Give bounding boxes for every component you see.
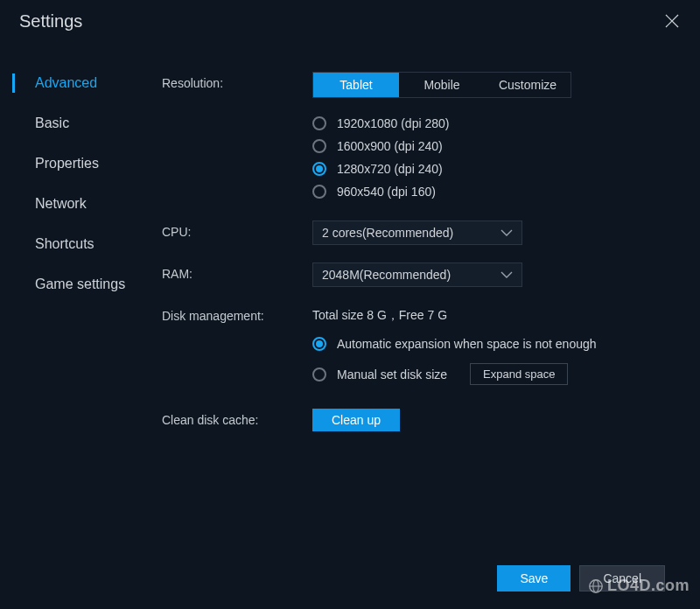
resolution-tabs: Tablet Mobile Customize	[312, 72, 571, 98]
close-icon	[665, 14, 679, 28]
sidebar-item-properties[interactable]: Properties	[0, 144, 162, 184]
sidebar-item-label: Shortcuts	[35, 236, 94, 251]
titlebar: Settings	[0, 0, 700, 42]
disk-option-manual[interactable]: Manual set disk size Expand space	[312, 357, 665, 391]
sidebar-item-game-settings[interactable]: Game settings	[0, 264, 162, 304]
close-button[interactable]	[662, 10, 682, 32]
tab-mobile[interactable]: Mobile	[399, 73, 485, 97]
select-value: 2 cores(Recommended)	[322, 226, 453, 240]
resolution-option-1280[interactable]: 1280x720 (dpi 240)	[312, 158, 665, 180]
radio-label: 1280x720 (dpi 240)	[337, 162, 443, 176]
sidebar-item-label: Basic	[35, 116, 69, 130]
disk-label: Disk management:	[162, 304, 312, 323]
cpu-select[interactable]: 2 cores(Recommended)	[312, 220, 522, 245]
ram-label: RAM:	[162, 262, 312, 281]
tab-tablet[interactable]: Tablet	[313, 73, 399, 97]
save-button[interactable]: Save	[497, 565, 570, 592]
radio-icon	[312, 139, 326, 153]
ram-select[interactable]: 2048M(Recommended)	[312, 262, 522, 287]
cancel-button[interactable]: Cancel	[579, 565, 665, 592]
radio-label: Manual set disk size	[337, 368, 447, 382]
clean-row: Clean disk cache: Clean up	[162, 409, 665, 431]
resolution-label: Resolution:	[162, 72, 312, 90]
cpu-label: CPU:	[162, 220, 312, 239]
content-panel: Resolution: Tablet Mobile Customize 1920…	[162, 42, 700, 609]
resolution-option-1920[interactable]: 1920x1080 (dpi 280)	[312, 112, 665, 135]
sidebar: Advanced Basic Properties Network Shortc…	[0, 42, 162, 609]
sidebar-item-label: Advanced	[35, 75, 97, 90]
radio-icon	[312, 162, 326, 176]
clean-up-button[interactable]: Clean up	[312, 409, 400, 431]
sidebar-item-label: Network	[35, 196, 87, 211]
disk-row: Disk management: Total size 8 G，Free 7 G…	[162, 304, 665, 391]
cpu-row: CPU: 2 cores(Recommended)	[162, 220, 665, 245]
disk-option-auto[interactable]: Automatic expansion when space is not en…	[312, 331, 665, 357]
resolution-options: 1920x1080 (dpi 280) 1600x900 (dpi 240) 1…	[312, 112, 665, 203]
clean-label: Clean disk cache:	[162, 409, 312, 427]
tab-customize[interactable]: Customize	[485, 73, 570, 97]
resolution-option-1600[interactable]: 1600x900 (dpi 240)	[312, 135, 665, 158]
radio-icon	[312, 185, 326, 199]
radio-label: 1600x900 (dpi 240)	[337, 139, 443, 153]
sidebar-item-basic[interactable]: Basic	[0, 103, 162, 144]
resolution-row: Resolution: Tablet Mobile Customize 1920…	[162, 72, 665, 203]
sidebar-item-label: Game settings	[35, 276, 125, 291]
resolution-option-960[interactable]: 960x540 (dpi 160)	[312, 180, 665, 203]
radio-label: 960x540 (dpi 160)	[337, 185, 436, 199]
radio-label: Automatic expansion when space is not en…	[337, 337, 597, 351]
ram-row: RAM: 2048M(Recommended)	[162, 262, 665, 287]
disk-info: Total size 8 G，Free 7 G	[312, 304, 665, 331]
radio-icon	[312, 368, 326, 382]
sidebar-item-shortcuts[interactable]: Shortcuts	[0, 224, 162, 264]
expand-space-button[interactable]: Expand space	[470, 363, 568, 385]
footer-buttons: Save Cancel	[497, 565, 665, 592]
sidebar-item-advanced[interactable]: Advanced	[0, 63, 162, 103]
chevron-down-icon	[500, 226, 513, 240]
radio-icon	[312, 116, 326, 130]
select-value: 2048M(Recommended)	[322, 268, 451, 282]
sidebar-item-network[interactable]: Network	[0, 184, 162, 224]
radio-label: 1920x1080 (dpi 280)	[337, 116, 449, 130]
window-title: Settings	[19, 11, 82, 32]
sidebar-item-label: Properties	[35, 156, 99, 171]
chevron-down-icon	[500, 268, 513, 282]
radio-icon	[312, 337, 326, 351]
